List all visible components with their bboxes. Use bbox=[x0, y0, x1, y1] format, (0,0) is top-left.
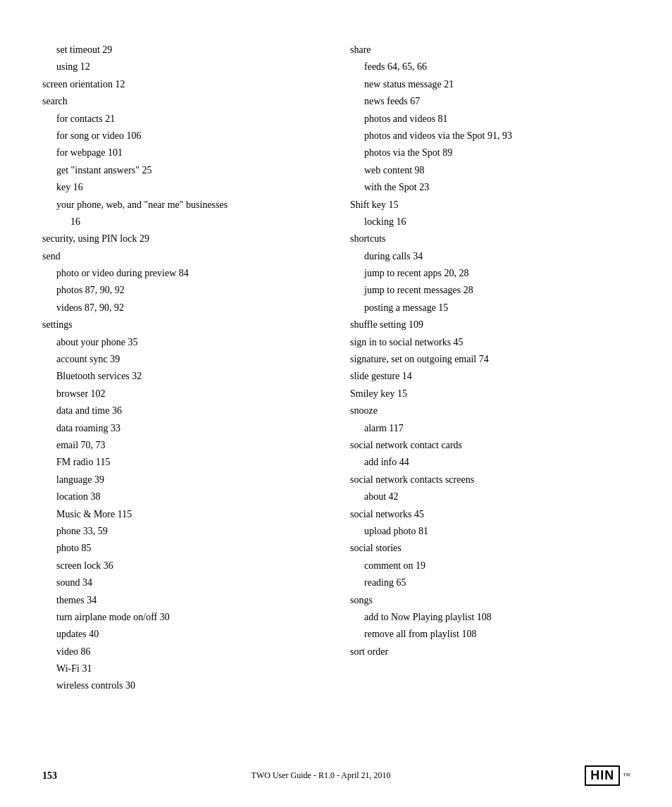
index-item: turn airplane mode on/off 30 bbox=[42, 610, 322, 625]
index-item: for contacts 21 bbox=[42, 111, 322, 127]
page: set timeout 29using 12screen orientation… bbox=[0, 0, 672, 807]
index-item: updates 40 bbox=[42, 627, 322, 642]
index-item: jump to recent messages 28 bbox=[350, 283, 630, 298]
index-item: Bluetooth services 32 bbox=[42, 369, 322, 384]
index-item: Shift key 15 bbox=[350, 197, 630, 213]
index-item: upload photo 81 bbox=[350, 524, 630, 539]
index-item: data roaming 33 bbox=[42, 421, 322, 436]
index-item: your phone, web, and "near me" businesse… bbox=[42, 197, 322, 213]
page-number: 153 bbox=[42, 770, 57, 782]
index-item: photos 87, 90, 92 bbox=[42, 283, 322, 298]
index-item: phone 33, 59 bbox=[42, 524, 322, 539]
index-item: data and time 36 bbox=[42, 403, 322, 419]
index-item: reading 65 bbox=[350, 575, 630, 591]
index-item: slide gesture 14 bbox=[350, 369, 630, 384]
index-item: feeds 64, 65, 66 bbox=[350, 59, 630, 75]
index-item: email 70, 73 bbox=[42, 438, 322, 453]
index-item: social network contacts screens bbox=[350, 472, 630, 488]
index-item: share bbox=[350, 42, 630, 58]
index-item: for webpage 101 bbox=[42, 145, 322, 161]
index-item: social stories bbox=[350, 541, 630, 556]
index-item: remove all from playlist 108 bbox=[350, 627, 630, 642]
right-column: sharefeeds 64, 65, 66new status message … bbox=[350, 42, 630, 696]
content-columns: set timeout 29using 12screen orientation… bbox=[42, 42, 630, 696]
index-item: set timeout 29 bbox=[42, 42, 322, 58]
index-item: add info 44 bbox=[350, 455, 630, 470]
index-item: during calls 34 bbox=[350, 249, 630, 264]
index-item: browser 102 bbox=[42, 386, 322, 402]
index-item: locking 16 bbox=[350, 214, 630, 230]
index-item: photos and videos 81 bbox=[350, 111, 630, 127]
index-item: themes 34 bbox=[42, 593, 322, 608]
index-item: location 38 bbox=[42, 489, 322, 505]
index-item: posting a message 15 bbox=[350, 300, 630, 316]
index-item: comment on 19 bbox=[350, 558, 630, 574]
index-item: screen orientation 12 bbox=[42, 77, 322, 92]
index-item: social network contact cards bbox=[350, 438, 630, 453]
left-column: set timeout 29using 12screen orientation… bbox=[42, 42, 322, 696]
index-item: sound 34 bbox=[42, 575, 322, 591]
index-item: about 42 bbox=[350, 489, 630, 505]
index-item: web content 98 bbox=[350, 163, 630, 178]
index-item: add to Now Playing playlist 108 bbox=[350, 610, 630, 625]
index-item: sign in to social networks 45 bbox=[350, 335, 630, 350]
logo-sub: ™ bbox=[623, 772, 630, 780]
index-item: news feeds 67 bbox=[350, 94, 630, 109]
index-item: social networks 45 bbox=[350, 507, 630, 522]
index-item: photos via the Spot 89 bbox=[350, 145, 630, 161]
index-item: photos and videos via the Spot 91, 93 bbox=[350, 128, 630, 144]
index-item: with the Spot 23 bbox=[350, 180, 630, 195]
index-item: video 86 bbox=[42, 644, 322, 660]
index-item: using 12 bbox=[42, 59, 322, 75]
index-item: 16 bbox=[42, 214, 322, 230]
index-item: screen lock 36 bbox=[42, 558, 322, 574]
index-item: shuffle setting 109 bbox=[350, 317, 630, 333]
index-item: snooze bbox=[350, 403, 630, 419]
logo-hin-text: HIN bbox=[590, 768, 614, 783]
index-item: account sync 39 bbox=[42, 352, 322, 367]
index-item: send bbox=[42, 249, 322, 264]
index-item: photo 85 bbox=[42, 541, 322, 556]
index-item: videos 87, 90, 92 bbox=[42, 300, 322, 316]
index-item: jump to recent apps 20, 28 bbox=[350, 266, 630, 281]
index-item: FM radio 115 bbox=[42, 455, 322, 470]
index-item: key 16 bbox=[42, 180, 322, 195]
index-item: for song or video 106 bbox=[42, 128, 322, 144]
index-item: new status message 21 bbox=[350, 77, 630, 92]
index-item: get "instant answers" 25 bbox=[42, 163, 322, 178]
index-item: sort order bbox=[350, 644, 630, 660]
index-item: search bbox=[42, 94, 322, 109]
index-item: songs bbox=[350, 593, 630, 608]
footer: 153 TWO User Guide - R1.0 - April 21, 20… bbox=[0, 765, 672, 786]
index-item: language 39 bbox=[42, 472, 322, 488]
index-item: wireless controls 30 bbox=[42, 678, 322, 694]
index-item: about your phone 35 bbox=[42, 335, 322, 350]
index-item: photo or video during preview 84 bbox=[42, 266, 322, 281]
index-item: Smiley key 15 bbox=[350, 386, 630, 402]
footer-logo: HIN ™ bbox=[585, 765, 630, 786]
logo-text: HIN bbox=[585, 765, 620, 786]
guide-info: TWO User Guide - R1.0 - April 21, 2010 bbox=[251, 770, 391, 781]
index-item: security, using PIN lock 29 bbox=[42, 231, 322, 247]
index-item: signature, set on outgoing email 74 bbox=[350, 352, 630, 367]
index-item: settings bbox=[42, 317, 322, 333]
index-item: alarm 117 bbox=[350, 421, 630, 436]
index-item: Music & More 115 bbox=[42, 507, 322, 522]
index-item: Wi-Fi 31 bbox=[42, 661, 322, 677]
index-item: shortcuts bbox=[350, 231, 630, 247]
